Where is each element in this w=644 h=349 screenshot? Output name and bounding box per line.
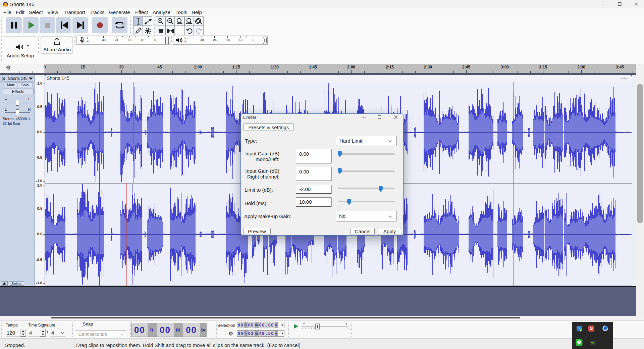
svg-text:Shorts 145: Shorts 145 bbox=[47, 76, 69, 81]
